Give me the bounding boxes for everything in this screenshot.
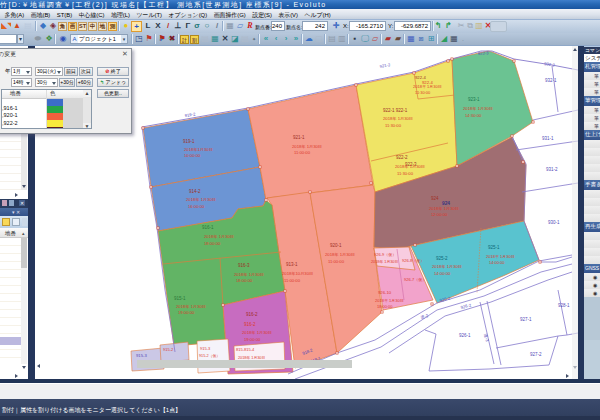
svg-text:11:30:00: 11:30:00 bbox=[415, 90, 431, 95]
svg-text:2018年10月30日: 2018年10月30日 bbox=[282, 271, 313, 276]
svg-text:915-2: 915-2 bbox=[163, 347, 174, 352]
svg-text:19:00:00: 19:00:00 bbox=[178, 310, 195, 315]
svg-text:916-3: 916-3 bbox=[238, 263, 250, 268]
svg-text:道-2: 道-2 bbox=[420, 313, 430, 320]
svg-text:916-1: 916-1 bbox=[202, 225, 214, 230]
svg-text:2018年 1月30日: 2018年 1月30日 bbox=[429, 206, 459, 211]
svg-text:12:00:00: 12:00:00 bbox=[431, 212, 448, 217]
svg-text:815-815-4: 815-815-4 bbox=[236, 347, 255, 352]
svg-text:932-1: 932-1 bbox=[545, 78, 557, 83]
svg-text:926-2: 926-2 bbox=[460, 302, 472, 310]
svg-text:931-1: 931-1 bbox=[542, 136, 554, 141]
svg-text:921-2: 921-2 bbox=[379, 62, 391, 69]
svg-text:915-1: 915-1 bbox=[174, 296, 186, 301]
svg-text:18:00:00: 18:00:00 bbox=[236, 278, 253, 283]
svg-text:19:00:00: 19:00:00 bbox=[244, 337, 261, 342]
svg-text:14:30:00: 14:30:00 bbox=[465, 113, 482, 118]
svg-text:914-2: 914-2 bbox=[189, 189, 201, 194]
svg-text:2018年 1月30日: 2018年 1月30日 bbox=[371, 259, 398, 264]
svg-text:915-3: 915-3 bbox=[136, 353, 147, 358]
svg-text:922-2: 922-2 bbox=[396, 155, 408, 160]
svg-text:931-2: 931-2 bbox=[546, 167, 558, 172]
svg-text:14:00:00: 14:00:00 bbox=[434, 271, 451, 276]
svg-text:921-1: 921-1 bbox=[293, 135, 305, 140]
svg-text:924: 924 bbox=[431, 196, 439, 201]
svg-text:2018年 1月30日: 2018年 1月30日 bbox=[204, 234, 234, 239]
svg-text:923-1: 923-1 bbox=[468, 97, 480, 102]
svg-text:926-9（仮）: 926-9（仮） bbox=[374, 252, 396, 257]
svg-text:2018年 1月30日: 2018年 1月30日 bbox=[486, 254, 515, 259]
svg-text:925-1: 925-1 bbox=[488, 245, 500, 250]
svg-text:2018年 1月30日: 2018年 1月30日 bbox=[186, 197, 216, 202]
svg-text:2018年 1月30日: 2018年 1月30日 bbox=[242, 330, 272, 335]
svg-text:2018年 1月30日: 2018年 1月30日 bbox=[383, 116, 413, 121]
svg-text:16:00:00: 16:00:00 bbox=[188, 204, 205, 209]
svg-text:2018年 1月30日: 2018年 1月30日 bbox=[432, 264, 462, 269]
svg-text:2018年 1月30日: 2018年 1月30日 bbox=[375, 298, 404, 303]
svg-text:922-3: 922-3 bbox=[478, 50, 490, 56]
svg-text:916-2: 916-2 bbox=[244, 322, 256, 327]
svg-text:930-1: 930-1 bbox=[548, 220, 560, 225]
svg-text:11:30:00: 11:30:00 bbox=[385, 123, 402, 128]
svg-text:926-8（仮）: 926-8（仮） bbox=[402, 258, 424, 263]
svg-text:932-2: 932-2 bbox=[544, 61, 556, 68]
svg-text:920-1: 920-1 bbox=[330, 243, 342, 248]
svg-text:11:00:00: 11:00:00 bbox=[284, 278, 301, 283]
svg-text:11:00:00: 11:00:00 bbox=[328, 259, 345, 264]
svg-text:18:00:00: 18:00:00 bbox=[204, 241, 221, 246]
svg-text:14:00:00: 14:00:00 bbox=[489, 260, 505, 265]
svg-text:2018年 1月30日: 2018年 1月30日 bbox=[292, 144, 322, 149]
svg-text:11:30:00: 11:30:00 bbox=[397, 171, 414, 176]
svg-text:2018年 1月30日: 2018年 1月30日 bbox=[413, 84, 442, 89]
svg-text:926-1: 926-1 bbox=[459, 333, 471, 338]
svg-text:922-1 922-1: 922-1 922-1 bbox=[383, 108, 408, 113]
svg-text:915-3: 915-3 bbox=[200, 346, 211, 351]
svg-text:2018年 1月30日: 2018年 1月30日 bbox=[325, 252, 355, 257]
svg-text:913-1: 913-1 bbox=[286, 262, 298, 267]
svg-text:2018年 1月30日: 2018年 1月30日 bbox=[234, 272, 264, 277]
svg-text:2018年 1月30日: 2018年 1月30日 bbox=[395, 164, 425, 169]
svg-text:916-2: 916-2 bbox=[246, 312, 258, 317]
svg-text:928-1: 928-1 bbox=[558, 303, 570, 308]
svg-text:926-7（仮）: 926-7（仮） bbox=[404, 277, 426, 282]
svg-text:925-2: 925-2 bbox=[436, 256, 448, 261]
svg-text:927-1: 927-1 bbox=[520, 317, 532, 322]
svg-text:927-2: 927-2 bbox=[530, 352, 542, 357]
svg-text:919-2: 919-2 bbox=[184, 111, 196, 118]
svg-text:915-2（仮）: 915-2（仮） bbox=[199, 354, 220, 358]
svg-text:2018年 1月30日: 2018年 1月30日 bbox=[463, 106, 493, 111]
svg-text:2018年1月30日: 2018年1月30日 bbox=[184, 147, 213, 152]
svg-text:926-10: 926-10 bbox=[378, 290, 392, 295]
svg-text:919-1: 919-1 bbox=[183, 139, 195, 144]
svg-text:2018年 1月30日: 2018年 1月30日 bbox=[176, 304, 206, 309]
svg-text:18:00:00: 18:00:00 bbox=[377, 304, 393, 309]
svg-text:10:00:00: 10:00:00 bbox=[184, 153, 201, 158]
svg-text:11:00:00: 11:00:00 bbox=[294, 150, 311, 155]
